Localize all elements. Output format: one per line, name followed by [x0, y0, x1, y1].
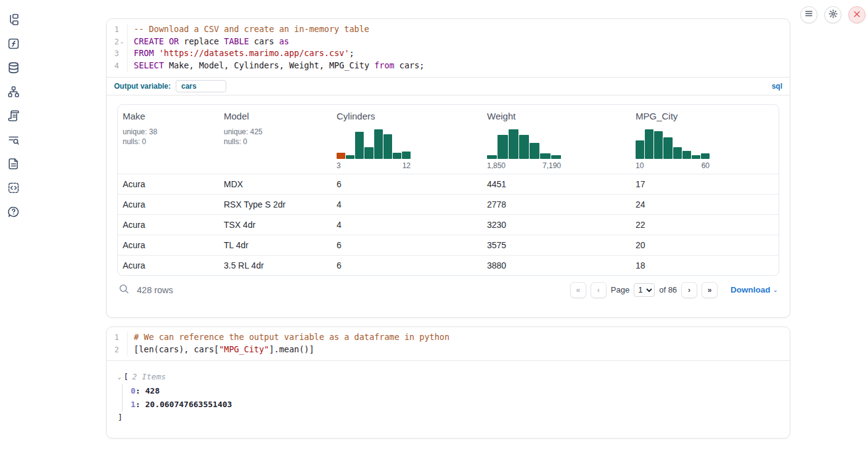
table-cell: 20	[631, 240, 779, 250]
column-stat: unique: 425	[224, 127, 332, 137]
table-cell: MDX	[219, 179, 332, 189]
variables-icon[interactable]	[6, 36, 21, 51]
histogram-bar	[692, 155, 700, 159]
table-row[interactable]: Acura3.5 RL 4dr6388018	[118, 255, 779, 275]
column-stat: nulls: 0	[224, 137, 332, 147]
shutdown-button[interactable]	[848, 6, 866, 23]
histogram-bar	[346, 155, 354, 159]
table-cell: 6	[332, 261, 482, 270]
histogram-bar	[497, 135, 507, 159]
logs-icon[interactable]	[6, 132, 21, 147]
line-number: 1	[107, 23, 128, 36]
column-header-mpg_city[interactable]: MPG_City1060	[631, 111, 779, 170]
gear-icon	[829, 9, 838, 21]
download-button[interactable]: Download ⌄	[731, 285, 778, 294]
table-cell: TSX 4dr	[219, 220, 332, 230]
sql-cell-output: Makeunique: 38nulls: 0Modelunique: 425nu…	[107, 95, 790, 317]
table-body: AcuraMDX6445117AcuraRSX Type S 2dr427782…	[118, 174, 779, 275]
histogram-bar	[509, 129, 518, 159]
tree-entry: 0: 428	[131, 384, 779, 398]
code-line[interactable]: 2[len(cars), cars["MPG_City"].mean()]	[107, 344, 790, 356]
python-cell-output: ⌄ [ 2 Items 0: 4281: 20.060747663551403 …	[107, 360, 790, 434]
code-line[interactable]: 2⌄CREATE OR replace TABLE cars as	[107, 36, 790, 48]
table-cell: Acura	[118, 200, 219, 209]
table-cell: TL 4dr	[219, 240, 332, 250]
code-text: # We can reference the output variable a…	[128, 331, 449, 344]
snippets-icon[interactable]	[6, 180, 21, 195]
sql-code-editor[interactable]: 1-- Download a CSV and create an in-memo…	[107, 19, 790, 77]
histogram-axis-labels: 312	[337, 161, 411, 170]
line-number: 4	[107, 60, 128, 72]
line-number: 3	[107, 47, 128, 60]
menu-button[interactable]	[800, 6, 817, 23]
prev-page-button[interactable]: ‹	[591, 282, 607, 298]
column-histogram[interactable]	[487, 127, 561, 159]
table-row[interactable]: AcuraMDX6445117	[118, 174, 779, 194]
histogram-bar	[654, 131, 663, 159]
column-title: Make	[123, 111, 219, 121]
tree-root[interactable]: ⌄ [ 2 Items	[118, 371, 779, 383]
table-cell: 3880	[482, 261, 631, 270]
documentation-icon[interactable]	[6, 156, 21, 171]
tree-entry: 1: 20.060747663551403	[131, 398, 779, 411]
table-header: Makeunique: 38nulls: 0Modelunique: 425nu…	[118, 105, 779, 174]
table-cell: 4	[332, 200, 482, 209]
settings-button[interactable]	[824, 6, 841, 23]
first-page-button[interactable]: «	[570, 282, 586, 298]
column-header-cylinders[interactable]: Cylinders312	[332, 111, 482, 170]
search-icon[interactable]	[118, 283, 129, 297]
column-stat: unique: 38	[123, 127, 219, 137]
column-title: MPG_City	[636, 111, 779, 121]
column-header-model[interactable]: Modelunique: 425nulls: 0	[219, 111, 332, 170]
column-histogram[interactable]	[337, 127, 411, 159]
output-variable-input[interactable]	[176, 80, 226, 92]
tree-entries: 0: 4281: 20.060747663551403	[122, 384, 779, 411]
page-label: Page	[611, 285, 629, 294]
next-page-button[interactable]: ›	[681, 282, 697, 298]
code-line[interactable]: 1-- Download a CSV and create an in-memo…	[107, 23, 790, 36]
hamburger-icon	[805, 9, 813, 20]
dependency-graph-icon[interactable]	[6, 84, 21, 99]
histogram-bar	[337, 153, 345, 159]
last-page-button[interactable]: »	[702, 282, 718, 298]
scratchpad-icon[interactable]	[6, 108, 21, 123]
histogram-bar	[663, 137, 672, 159]
code-line[interactable]: 3FROM 'https://datasets.marimo.app/cars.…	[107, 47, 790, 60]
help-icon[interactable]	[6, 204, 21, 219]
table-cell: 18	[631, 261, 779, 270]
sql-cell: 1-- Download a CSV and create an in-memo…	[106, 18, 790, 318]
column-header-weight[interactable]: Weight1,8507,190	[482, 111, 631, 170]
column-header-make[interactable]: Makeunique: 38nulls: 0	[118, 111, 219, 170]
chevron-down-icon[interactable]: ⌄	[118, 371, 121, 383]
row-count: 428 rows	[137, 285, 173, 295]
chevron-down-icon: ⌄	[773, 286, 778, 293]
fold-chevron-icon[interactable]: ⌄	[119, 36, 125, 48]
python-code-editor[interactable]: 1# We can reference the output variable …	[107, 327, 790, 360]
table-row[interactable]: AcuraTL 4dr6357520	[118, 235, 779, 255]
line-number: 2⌄	[107, 36, 128, 48]
line-number: 2	[107, 344, 128, 356]
table-cell: 3575	[482, 240, 631, 250]
page-select[interactable]: 1	[634, 283, 655, 297]
page-total: of 86	[659, 285, 677, 294]
column-histogram[interactable]	[636, 127, 710, 159]
code-text: -- Download a CSV and create an in-memor…	[128, 23, 369, 36]
table-cell: Acura	[118, 261, 219, 270]
code-line[interactable]: 4SELECT Make, Model, Cylinders, Weight, …	[107, 60, 790, 72]
output-variable-label: Output variable:	[114, 82, 171, 91]
table-cell: Acura	[118, 240, 219, 250]
histogram-axis-labels: 1060	[636, 161, 710, 170]
code-line[interactable]: 1# We can reference the output variable …	[107, 331, 790, 344]
items-count-label: 2 Items	[132, 371, 166, 383]
file-explorer-icon[interactable]	[6, 12, 21, 27]
histogram-bar	[701, 153, 710, 159]
table-row[interactable]: AcuraRSX Type S 2dr4277824	[118, 194, 779, 214]
histogram-bar	[393, 153, 401, 159]
datasources-icon[interactable]	[6, 60, 21, 75]
table-cell: 6	[332, 240, 482, 250]
table-cell: 17	[631, 179, 779, 189]
table-row[interactable]: AcuraTSX 4dr4323022	[118, 214, 779, 235]
histogram-bar	[530, 143, 539, 159]
histogram-bar	[645, 129, 653, 159]
notebook-actions	[800, 6, 866, 23]
